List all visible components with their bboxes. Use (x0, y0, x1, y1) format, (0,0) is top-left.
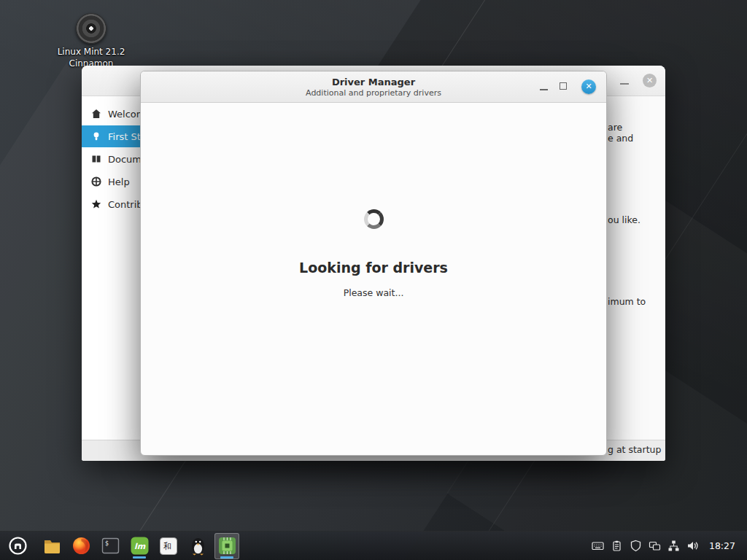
terminal-icon: $ (101, 537, 120, 555)
install-disc-icon (76, 13, 107, 44)
lifebuoy-icon (91, 176, 101, 187)
desktop-icon-install[interactable]: Linux Mint 21.2 Cinnamon (56, 13, 126, 69)
loading-heading: Looking for drivers (299, 260, 448, 276)
folder-icon (42, 536, 62, 556)
driver-manager-titlebar[interactable]: Driver Manager Additional and proprietar… (141, 71, 606, 103)
taskbar-clock[interactable]: 18:27 (709, 540, 741, 551)
star-icon (91, 199, 101, 209)
welcome-text-fragment: imum to (608, 297, 646, 307)
home-icon (91, 109, 101, 119)
volume-tray-icon[interactable] (686, 540, 699, 552)
lightbulb-icon (91, 131, 101, 141)
minimize-icon[interactable] (620, 74, 629, 85)
mint-menu-icon (8, 536, 28, 556)
driver-manager-body: Looking for drivers Please wait... (141, 103, 606, 298)
input-method-button[interactable]: 和 (156, 533, 181, 559)
terminal-launcher[interactable]: $ (98, 533, 123, 559)
keyboard-layout-tray-icon[interactable] (592, 540, 604, 552)
window-title: Driver Manager (141, 71, 606, 88)
maximize-icon[interactable] (560, 82, 567, 90)
welcome-text-fragment: are (608, 122, 622, 133)
running-indicator (220, 556, 233, 559)
running-indicator (133, 556, 146, 559)
taskbar-launchers: $ lm 和 (39, 533, 239, 559)
firefox-launcher[interactable] (69, 533, 93, 559)
close-icon[interactable]: ✕ (643, 74, 657, 88)
penguin-icon (189, 536, 207, 556)
minimize-icon[interactable] (540, 81, 548, 90)
welcome-app-button[interactable]: lm (127, 533, 152, 559)
taskbar: $ lm 和 (0, 531, 747, 560)
clipboard-tray-icon[interactable] (611, 540, 623, 552)
files-launcher[interactable] (39, 533, 64, 559)
system-tray: 18:27 (592, 540, 747, 552)
close-icon[interactable]: ✕ (581, 79, 596, 94)
loading-spinner-icon (364, 209, 384, 229)
firefox-icon (71, 536, 91, 556)
mint-logo-glyph: lm (134, 542, 146, 551)
welcome-text-fragment: e and (608, 133, 633, 144)
driver-manager-window: Driver Manager Additional and proprietar… (140, 71, 607, 456)
network-tree-tray-icon[interactable] (667, 540, 680, 552)
update-shield-tray-icon[interactable] (630, 540, 642, 552)
welcome-text-fragment: g at startup (608, 445, 661, 455)
sidebar-item-label: Help (108, 176, 130, 187)
mint-welcome-icon: lm (130, 536, 150, 556)
menu-button[interactable] (0, 532, 35, 560)
book-icon (91, 154, 101, 164)
welcome-text-fragment: ou like. (608, 215, 640, 225)
terminal-prompt-glyph: $ (105, 540, 109, 547)
network-shares-tray-icon[interactable] (649, 540, 661, 552)
window-subtitle: Additional and proprietary drivers (141, 88, 606, 98)
driver-manager-icon (217, 536, 237, 556)
ime-glyph: 和 (163, 542, 171, 551)
input-method-icon: 和 (159, 537, 178, 556)
tux-app-launcher[interactable] (185, 533, 210, 559)
driver-manager-taskbar-button[interactable] (214, 533, 239, 559)
loading-status: Please wait... (344, 287, 404, 298)
